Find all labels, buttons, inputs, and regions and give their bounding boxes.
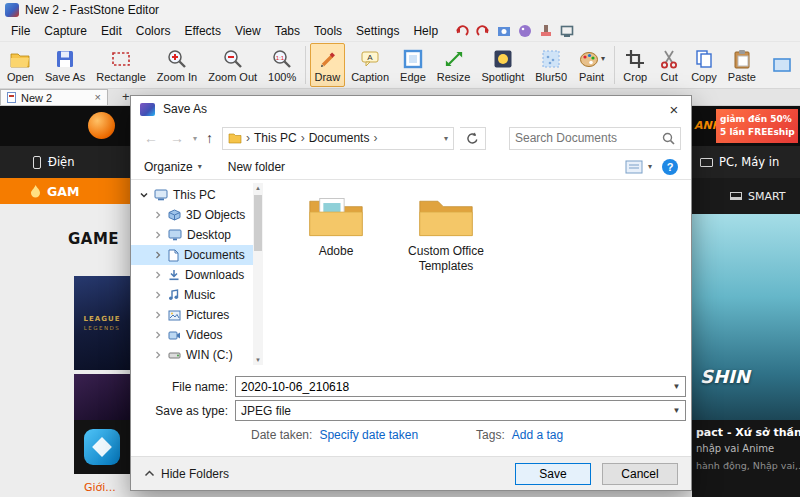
scrollbar-thumb[interactable] (254, 195, 262, 251)
scroll-up-icon[interactable]: ▲ (253, 183, 263, 193)
crop-button[interactable]: Crop (618, 43, 652, 87)
save-type-combo[interactable]: JPEG file ▼ (235, 400, 686, 421)
dialog-close-icon[interactable]: × (657, 96, 691, 122)
breadcrumb-this-pc[interactable]: This PC (254, 131, 297, 145)
zoom-out-button[interactable]: Zoom Out (203, 43, 262, 87)
add-a-tag-link[interactable]: Add a tag (512, 428, 563, 442)
file-name-input[interactable] (236, 380, 668, 394)
search-input[interactable] (515, 131, 658, 145)
menu-view[interactable]: View (228, 22, 268, 40)
back-icon[interactable]: ← (141, 131, 161, 145)
resize-button[interactable]: Resize (432, 43, 476, 87)
chevron-right-icon[interactable] (153, 350, 163, 360)
tab-close-icon[interactable]: × (95, 92, 101, 103)
rectangle-button[interactable]: Rectangle (91, 43, 151, 87)
caption-button[interactable]: A Caption (346, 43, 394, 87)
chevron-right-icon[interactable] (153, 290, 163, 300)
help-icon[interactable]: ? (662, 159, 678, 175)
game-title[interactable]: pact - Xứ sở thần (696, 426, 798, 439)
tree-item-this-pc[interactable]: This PC (131, 185, 253, 205)
cut-button[interactable]: Cut (653, 43, 685, 87)
promo-banner[interactable]: giảm đến 50% 5 lần FREEship (716, 109, 798, 143)
zoom-100-button[interactable]: 1:1 100% (263, 43, 301, 87)
chevron-right-icon[interactable] (153, 230, 163, 240)
hide-folders-button[interactable]: Hide Folders (144, 467, 229, 481)
tree-item-pictures[interactable]: Pictures (131, 305, 253, 325)
paint-dropdown-icon[interactable]: ▾ (601, 54, 605, 63)
tree-item-3d-objects[interactable]: 3D Objects (131, 205, 253, 225)
category-phone-link[interactable]: Điện (0, 146, 130, 178)
menu-tabs[interactable]: Tabs (268, 22, 307, 40)
draw-button[interactable]: Draw (310, 43, 346, 87)
category-pc-link[interactable]: PC, Máy in (692, 146, 800, 178)
tree-item-downloads[interactable]: Downloads (131, 265, 253, 285)
up-icon[interactable]: ↑ (203, 131, 216, 145)
tree-item-desktop[interactable]: Desktop (131, 225, 253, 245)
menu-capture[interactable]: Capture (37, 22, 94, 40)
tree-scrollbar[interactable]: ▲ ▼ (253, 183, 263, 365)
specify-date-taken-link[interactable]: Specify date taken (319, 428, 418, 442)
tab-new-2[interactable]: New 2 × (0, 89, 108, 105)
spotlight-button[interactable]: Spotlight (476, 43, 529, 87)
tree-item-documents[interactable]: Documents (131, 245, 253, 265)
chevron-down-icon[interactable]: ▼ (668, 401, 685, 420)
menu-colors[interactable]: Colors (129, 22, 178, 40)
copy-button[interactable]: Copy (686, 43, 722, 87)
paint-button[interactable]: ▾ Paint (573, 43, 610, 87)
menu-help[interactable]: Help (406, 22, 445, 40)
tree-item-videos[interactable]: Videos (131, 325, 253, 345)
game-thumbnail-league[interactable]: LEAGUE LEGENDS (74, 276, 130, 370)
chevron-right-icon[interactable] (153, 210, 163, 220)
palette-icon[interactable] (518, 24, 532, 38)
chevron-down-icon[interactable] (139, 190, 149, 200)
chevron-right-icon[interactable] (153, 250, 163, 260)
partial-toolbar-button[interactable] (766, 43, 798, 87)
dialog-titlebar[interactable]: Save As × (131, 96, 691, 122)
view-options-button[interactable]: ▾ (625, 160, 652, 174)
menu-smart-link[interactable]: SMART (692, 178, 800, 214)
menu-tools[interactable]: Tools (307, 22, 349, 40)
tree-item-win-c[interactable]: WIN (C:) (131, 345, 253, 365)
genshin-artwork[interactable]: SHIN (692, 214, 800, 420)
save-as-button[interactable]: Save As (40, 43, 90, 87)
open-button[interactable]: Open (2, 43, 39, 87)
save-button[interactable]: Save (515, 463, 591, 485)
paste-button[interactable]: Paste (723, 43, 761, 87)
breadcrumb[interactable]: › This PC › Documents › ▾ (222, 127, 454, 150)
chevron-right-icon[interactable] (153, 310, 163, 320)
edge-button[interactable]: Edge (395, 43, 431, 87)
brush-icon[interactable] (539, 24, 553, 38)
folder-adobe[interactable]: Adobe (287, 194, 385, 259)
breadcrumb-documents[interactable]: Documents (309, 131, 370, 145)
chevron-right-icon[interactable] (153, 270, 163, 280)
forward-icon[interactable]: → (167, 131, 187, 145)
search-box[interactable] (509, 127, 681, 150)
redo-icon[interactable] (476, 24, 490, 38)
titlebar: New 2 - FastStone Editor (0, 0, 800, 20)
menu-edit[interactable]: Edit (94, 22, 129, 40)
cancel-button[interactable]: Cancel (602, 463, 678, 485)
menu-settings[interactable]: Settings (349, 22, 406, 40)
undo-icon[interactable] (455, 24, 469, 38)
blur-button[interactable]: Blur50 (530, 43, 572, 87)
zoom-in-button[interactable]: Zoom In (152, 43, 202, 87)
menu-effects[interactable]: Effects (177, 22, 227, 40)
refresh-button[interactable] (460, 127, 486, 150)
capture-icon[interactable] (497, 24, 511, 38)
file-name-combo[interactable]: ▼ (235, 376, 686, 397)
footer-link[interactable]: Giới... (84, 481, 116, 494)
address-dropdown-icon[interactable]: ▾ (444, 134, 448, 143)
folder-custom-office-templates[interactable]: Custom Office Templates (397, 194, 495, 274)
scroll-down-icon[interactable]: ▼ (253, 355, 263, 365)
nav-game-link[interactable]: GAM (0, 178, 130, 204)
chevron-right-icon[interactable] (153, 330, 163, 340)
game-thumbnail-2[interactable] (74, 374, 130, 420)
tree-item-music[interactable]: Music (131, 285, 253, 305)
organize-button[interactable]: Organize ▾ (144, 160, 202, 174)
new-folder-button[interactable]: New folder (228, 160, 285, 174)
game-app-icon[interactable] (84, 429, 120, 465)
recent-locations-icon[interactable]: ▾ (193, 134, 197, 143)
display-icon[interactable] (560, 24, 574, 38)
menu-file[interactable]: File (4, 22, 37, 40)
chevron-down-icon[interactable]: ▼ (668, 377, 685, 396)
